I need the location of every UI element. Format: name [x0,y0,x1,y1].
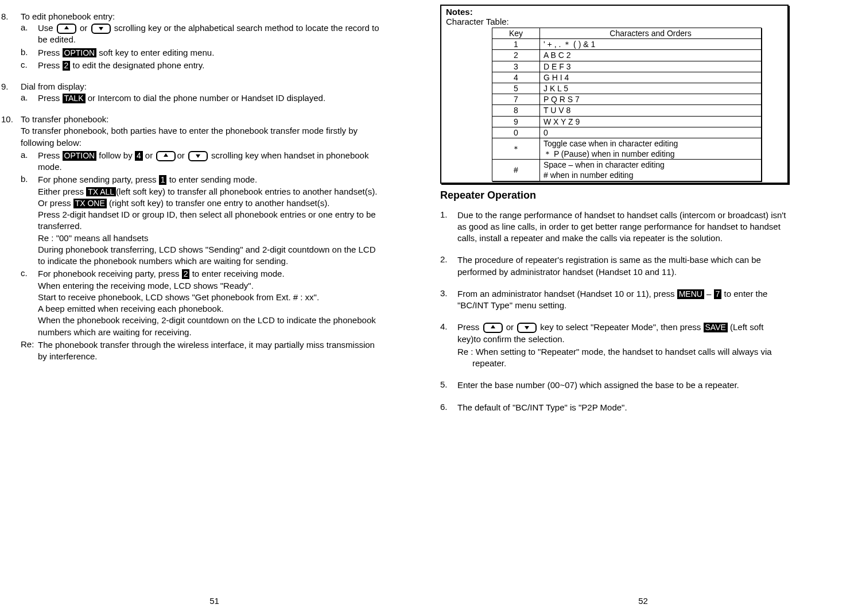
ct-value: J K L 5 [540,83,762,94]
save-key: SAVE [704,323,728,332]
i10b-text: For phone sending party, press 1 to ente… [38,174,383,267]
i10b-label: b. [21,174,38,267]
talk-key: TALK [63,94,86,103]
ct-key: # [492,160,540,181]
down-arrow-icon [517,323,537,333]
i9a-text: Press TALK or Intercom to dial the phone… [38,92,383,104]
i10c-label: c. [21,268,38,338]
item-8-intro: To edit phonebook entry: [21,11,383,21]
ct-head-key: Key [492,28,540,39]
ct-key: 5 [492,83,540,94]
up-arrow-icon [57,24,76,34]
ct-key: 7 [492,94,540,105]
up-arrow-icon [156,151,176,161]
rep-4-text: Press or key to select "Repeater Mode", … [457,321,789,369]
ct-key: 9 [492,116,540,127]
item-10-desc: To transfer phonebook, both parties have… [21,125,383,149]
ct-value: ' + , . ＊ ( ) & 1 [540,39,762,50]
down-arrow-icon [188,151,208,161]
option-key: OPTION [63,48,97,58]
rep-5-text: Enter the base number (00~07) which assi… [457,379,789,391]
table-row: 1' + , . ＊ ( ) & 1 [492,39,762,50]
ct-value: P Q R S 7 [540,94,762,105]
key-4: 4 [135,151,143,161]
option-key: OPTION [63,151,97,161]
i10a-text: Press OPTION follow by 4 or or scrolling… [38,150,383,173]
ct-key: 2 [492,50,540,61]
item-8-number: 8. [0,11,21,71]
tx-one-key: TX ONE [73,199,107,208]
notes-sub: Character Table: [446,17,783,26]
rep-4-re: Re : When setting to "Repeater" mode, th… [457,346,789,370]
item-10-intro: To transfer phonebook: [21,114,383,124]
item-10-number: 10. [0,114,21,362]
key-2: 2 [182,269,190,279]
item-9-number: 9. [0,82,21,104]
ct-value: W X Y Z 9 [540,116,762,127]
page-number-51: 51 [0,596,429,606]
i8c-text: Press 2 to edit the designated phone ent… [38,60,383,71]
rep-1: 1. Due to the range performance of hands… [440,210,789,245]
ct-key: 4 [492,72,540,83]
table-row: 00 [492,127,762,138]
rep-6-num: 6. [440,402,457,413]
i8a-label: a. [21,22,38,46]
i10re-label: Re: [21,339,38,363]
ct-key: 3 [492,61,540,72]
i9a-label: a. [21,92,38,104]
up-arrow-icon [483,323,503,333]
rep-3-num: 3. [440,288,457,312]
ct-value: T U V 8 [540,105,762,116]
rep-6-text: The default of "BC/INT Type" is "P2P Mod… [457,402,789,413]
item-8: 8. To edit phonebook entry: a. Use or sc… [0,11,383,71]
rep-3: 3. From an administrator handset (Handse… [440,288,789,312]
i8a-text: Use or scrolling key or the alphabetical… [38,22,383,46]
character-table: Key Characters and Orders 1' + , . ＊ ( )… [492,28,762,181]
ct-head-chars: Characters and Orders [540,28,762,39]
item-9: 9. Dial from display: a. Press TALK or I… [0,82,383,104]
ct-value: Toggle case when in character editing＊ P… [540,138,762,159]
table-row: ＊Toggle case when in character editing＊ … [492,138,762,159]
rep-2-text: The procedure of repeater's registration… [457,254,789,278]
i10c-text: For phonebook receiving party, press 2 t… [38,268,383,338]
rep-4: 4. Press or key to select "Repeater Mode… [440,321,789,369]
i8c-label: c. [21,60,38,71]
page-number-52: 52 [429,596,857,606]
ct-value: Space – when in character editing# when … [540,160,762,181]
table-row: 8T U V 8 [492,105,762,116]
ct-value: 0 [540,127,762,138]
down-arrow-icon [91,24,111,34]
table-row: 2A B C 2 [492,50,762,61]
item-10: 10. To transfer phonebook: To transfer p… [0,114,383,362]
page-52: Notes: Character Table: Key Characters a… [429,0,857,616]
ct-value: D E F 3 [540,61,762,72]
notes-header: Notes: [446,7,783,17]
notes-box: Notes: Character Table: Key Characters a… [440,5,789,184]
table-row: 5J K L 5 [492,83,762,94]
tx-all-key: TX ALL [86,187,116,197]
i8b-text: Press OPTION soft key to enter editing m… [38,47,383,59]
rep-1-num: 1. [440,210,457,245]
ct-key: ＊ [492,138,540,159]
table-row: #Space – when in character editing# when… [492,160,762,181]
rep-4-num: 4. [440,321,457,369]
item-9-intro: Dial from display: [21,82,383,91]
ct-value: G H I 4 [540,72,762,83]
menu-key: MENU [677,289,704,299]
rep-2-num: 2. [440,254,457,278]
key-7: 7 [714,289,722,299]
table-row: 7P Q R S 7 [492,94,762,105]
table-row: 9W X Y Z 9 [492,116,762,127]
ct-key: 0 [492,127,540,138]
i10re-text: The phonebook transfer through the wirel… [38,339,383,363]
page-51: 8. To edit phonebook entry: a. Use or sc… [0,0,429,616]
rep-3-text: From an administrator handset (Handset 1… [457,288,789,312]
rep-2: 2. The procedure of repeater's registrat… [440,254,789,278]
page-spread: 8. To edit phonebook entry: a. Use or sc… [0,0,858,616]
key-1: 1 [159,175,167,185]
i10a-label: a. [21,150,38,173]
i8b-label: b. [21,47,38,59]
ct-key: 1 [492,39,540,50]
table-row: 3D E F 3 [492,61,762,72]
rep-1-text: Due to the range performance of handset … [457,210,789,245]
